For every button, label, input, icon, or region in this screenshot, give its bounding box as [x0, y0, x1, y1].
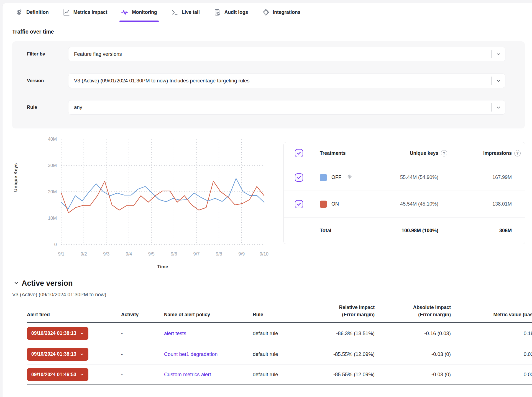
- off-series-swatch: [320, 174, 327, 181]
- alert-fired-badge[interactable]: 09/10/2024 01:38:13: [27, 348, 88, 361]
- total-impressions: 306M: [449, 228, 512, 234]
- treatment-off-checkbox[interactable]: [295, 173, 303, 182]
- tab-monitoring-label: Monitoring: [132, 9, 157, 15]
- on-series-swatch: [320, 201, 327, 208]
- alert-policy-link[interactable]: Custom metrics alert: [164, 371, 211, 377]
- tab-definition-label: Definition: [26, 9, 49, 15]
- tab-audit-logs[interactable]: Audit logs: [214, 3, 248, 22]
- chevron-down-icon: [80, 352, 84, 356]
- svg-text:Unique Keys: Unique Keys: [13, 163, 18, 192]
- tab-live-tail-label: Live tail: [182, 9, 200, 15]
- filter-panel: Filter by Feature flag versions Version …: [12, 41, 525, 128]
- absolute-impact-cell: -0.03 (0): [375, 371, 451, 378]
- treatment-off-label: OFF: [331, 175, 341, 180]
- relative-impact-header: Relative Impact(Error margin): [308, 304, 375, 318]
- metrics-chart-icon: [63, 9, 70, 16]
- svg-text:9/1: 9/1: [58, 251, 65, 256]
- active-version-title: Active version: [22, 279, 73, 288]
- absolute-impact-cell: -0.03 (0): [375, 351, 451, 357]
- puzzle-icon: [262, 9, 269, 16]
- rule-cell: default rule: [253, 371, 308, 378]
- svg-text:10M: 10M: [48, 216, 57, 221]
- tab-audit-logs-label: Audit logs: [224, 9, 248, 15]
- alerts-table: Alert fired Activity Name of alert polic…: [2, 304, 532, 385]
- version-select[interactable]: V3 (Active) (09/01/2024 01:30PM to now) …: [68, 74, 505, 88]
- alert-row: 09/10/2024 01:38:13 - Count bet1 degrada…: [27, 344, 532, 365]
- svg-text:9/10: 9/10: [260, 251, 268, 256]
- definition-target-icon: [16, 9, 23, 16]
- traffic-line-chart: 010M20M30M40M9/19/29/39/49/59/69/79/89/9…: [12, 132, 276, 272]
- activity-cell: -: [121, 351, 164, 357]
- alert-fired-badge[interactable]: 09/10/2024 01:46:53: [27, 368, 88, 381]
- chevron-down-icon: [492, 105, 505, 110]
- page-title: Traffic over time: [12, 29, 532, 35]
- chevron-down-icon: [80, 373, 84, 377]
- svg-text:Time: Time: [157, 264, 168, 269]
- select-all-checkbox[interactable]: [295, 149, 303, 157]
- tab-monitoring[interactable]: Monitoring: [121, 3, 157, 22]
- collapse-chevron-icon[interactable]: [14, 280, 19, 287]
- absolute-impact-header: Absolute Impact(Error margin): [375, 304, 451, 318]
- total-label: Total: [320, 228, 355, 234]
- activity-cell: -: [121, 371, 164, 378]
- alert-row: 09/10/2024 01:38:13 - alert tests defaul…: [27, 323, 532, 344]
- version-label: Version: [27, 78, 68, 84]
- monitoring-pulse-icon: [121, 9, 129, 16]
- alert-row: 09/10/2024 01:46:53 - Custom metrics ale…: [27, 365, 532, 385]
- alert-policy-link[interactable]: Count bet1 degradation: [164, 351, 218, 357]
- treatment-row-off: OFF 55.44M (54.90%) 167.99M: [284, 164, 525, 191]
- filter-by-value: Feature flag versions: [74, 51, 492, 57]
- activity-header: Activity: [121, 311, 164, 318]
- svg-text:0: 0: [54, 242, 57, 247]
- alert-policy-link[interactable]: alert tests: [164, 330, 186, 336]
- activity-cell: -: [121, 330, 164, 337]
- relative-impact-cell: -85.55% (12.09%): [308, 371, 375, 378]
- svg-text:9/9: 9/9: [238, 251, 245, 256]
- treatments-panel: Treatments Unique keys ? Impressions ? O…: [283, 142, 525, 244]
- main-card: Definition Metrics impact Monitoring Liv…: [2, 3, 532, 397]
- help-icon[interactable]: ?: [441, 150, 447, 156]
- rule-cell: default rule: [253, 330, 308, 337]
- tab-metrics-impact[interactable]: Metrics impact: [63, 3, 108, 22]
- filter-by-select[interactable]: Feature flag versions: [68, 47, 505, 61]
- metric-value-header: Metric value (basel: [451, 311, 532, 318]
- on-impressions: 138.01M: [449, 201, 512, 207]
- relative-impact-cell: -86.3% (13.51%): [308, 330, 375, 337]
- audit-document-icon: [214, 9, 221, 16]
- treatments-header-row: Treatments Unique keys ? Impressions ?: [284, 142, 525, 164]
- filter-row-version: Version V3 (Active) (09/01/2024 01:30PM …: [27, 74, 505, 88]
- chevron-down-icon: [80, 331, 84, 335]
- treatments-column-header: Treatments: [320, 150, 355, 156]
- svg-text:9/3: 9/3: [103, 251, 109, 256]
- terminal-icon: [171, 9, 178, 16]
- alert-fired-header: Alert fired: [27, 311, 121, 318]
- svg-text:9/5: 9/5: [148, 251, 155, 256]
- rule-select[interactable]: any: [68, 100, 505, 115]
- absolute-impact-cell: -0.16 (0.03): [375, 330, 451, 337]
- rule-value: any: [74, 104, 492, 110]
- metric-value-cell: 0.03 (: [451, 371, 532, 378]
- tab-definition[interactable]: Definition: [16, 3, 49, 22]
- impressions-column-header: Impressions: [449, 150, 512, 156]
- metric-value-cell: 0.03 (: [451, 351, 532, 357]
- relative-impact-cell: -85.55% (12.09%): [308, 351, 375, 357]
- tab-live-tail[interactable]: Live tail: [171, 3, 200, 22]
- default-treatment-icon: [347, 174, 352, 181]
- active-version-subtitle: V3 (Active) (09/10/2024 01:30PM to now): [12, 292, 532, 298]
- off-unique-keys: 55.44M (54.90%): [355, 175, 438, 180]
- tab-metrics-impact-label: Metrics impact: [73, 9, 108, 15]
- tab-integrations[interactable]: Integrations: [262, 3, 300, 22]
- svg-text:9/7: 9/7: [193, 251, 200, 256]
- filter-row-filter-by: Filter by Feature flag versions: [27, 47, 505, 61]
- svg-text:20M: 20M: [48, 189, 57, 194]
- help-icon[interactable]: ?: [514, 150, 521, 156]
- filter-row-rule: Rule any: [27, 100, 505, 115]
- treatment-row-on: ON 45.54M (45.10%) 138.01M: [284, 191, 525, 217]
- alert-fired-badge[interactable]: 09/10/2024 01:38:13: [27, 327, 88, 340]
- svg-text:9/6: 9/6: [171, 251, 177, 256]
- metric-value-cell: 0.19 (: [451, 330, 532, 337]
- svg-text:40M: 40M: [48, 136, 57, 141]
- treatment-on-checkbox[interactable]: [295, 200, 303, 208]
- off-impressions: 167.99M: [449, 175, 512, 180]
- rule-header: Rule: [253, 311, 308, 318]
